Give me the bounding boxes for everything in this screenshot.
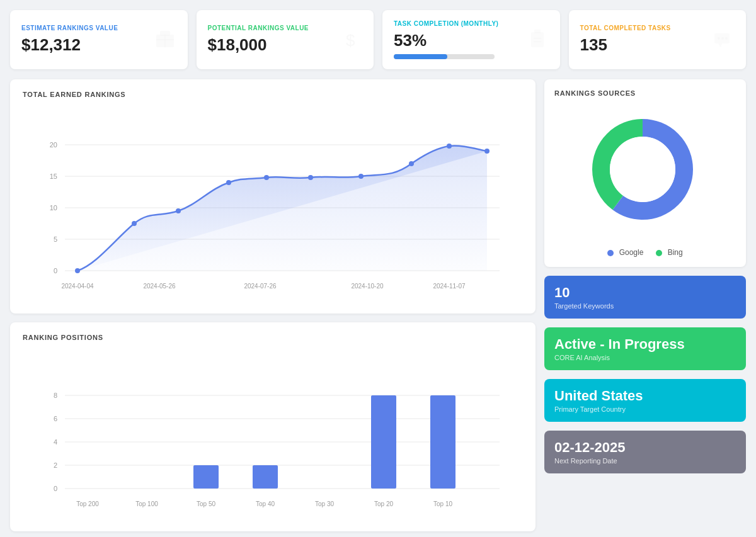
donut-chart-card: RANKINGS SOURCES Goo xyxy=(544,79,746,267)
chat-icon xyxy=(712,28,735,51)
info-card-date-value: 02-12-2025 xyxy=(554,439,736,456)
svg-text:Top 100: Top 100 xyxy=(135,500,158,507)
kpi-value-estimate: $12,312 xyxy=(21,35,154,55)
info-card-country-label: Primary Target Country xyxy=(554,405,736,413)
svg-point-13 xyxy=(725,37,728,40)
kpi-card-estimate: ESTIMATE RANKINGS VALUE $12,312 xyxy=(10,10,188,69)
left-column: TOTAL EARNED RANKINGS 0 5 10 15 20 2024-… xyxy=(10,79,536,531)
svg-text:8: 8 xyxy=(54,392,57,399)
kpi-left-potential: POTENTIAL RANKINGS VALUE $18,000 xyxy=(208,25,340,55)
svg-text:Top 200: Top 200 xyxy=(76,500,99,507)
google-dot xyxy=(607,250,614,256)
bar-top10 xyxy=(430,395,455,489)
svg-text:Top 20: Top 20 xyxy=(374,500,393,507)
line-chart-svg: 0 5 10 15 20 2024-04-04 2024-05-26 2024-… xyxy=(23,107,523,302)
info-card-date-label: Next Reporting Date xyxy=(554,457,736,465)
svg-text:Top 10: Top 10 xyxy=(433,500,452,507)
line-chart-title: TOTAL EARNED RANKINGS xyxy=(23,91,523,98)
svg-text:Top 30: Top 30 xyxy=(315,500,334,507)
kpi-value-potential: $18,000 xyxy=(208,35,340,55)
main-row: TOTAL EARNED RANKINGS 0 5 10 15 20 2024-… xyxy=(10,79,746,531)
kpi-row: ESTIMATE RANKINGS VALUE $12,312 POTENTIA… xyxy=(10,10,746,69)
svg-text:0: 0 xyxy=(54,267,57,274)
svg-text:10: 10 xyxy=(50,204,57,212)
bar-chart-title: RANKING POSITIONS xyxy=(23,334,523,341)
svg-text:5: 5 xyxy=(54,235,57,243)
svg-text:2024-07-26: 2024-07-26 xyxy=(244,283,277,290)
info-card-date: 02-12-2025 Next Reporting Date xyxy=(544,431,746,473)
line-chart-card: TOTAL EARNED RANKINGS 0 5 10 15 20 2024-… xyxy=(10,79,536,314)
kpi-label-estimate: ESTIMATE RANKINGS VALUE xyxy=(21,25,154,31)
svg-text:2024-04-04: 2024-04-04 xyxy=(61,283,94,290)
svg-point-12 xyxy=(721,37,724,40)
bar-top40 xyxy=(253,465,278,489)
svg-rect-6 xyxy=(534,30,541,33)
info-card-country: United States Primary Target Country xyxy=(544,379,746,422)
svg-point-34 xyxy=(308,175,313,180)
donut-chart-title: RANKINGS SOURCES xyxy=(554,89,736,97)
svg-point-31 xyxy=(176,208,181,213)
bar-top20 xyxy=(371,395,396,489)
legend-google-label: Google xyxy=(619,248,644,257)
clipboard-icon xyxy=(526,28,549,51)
svg-text:2: 2 xyxy=(54,461,57,469)
kpi-value-task: 53% xyxy=(394,31,526,50)
task-progress-wrap xyxy=(394,54,495,59)
svg-rect-5 xyxy=(531,32,544,47)
svg-point-29 xyxy=(75,268,80,273)
info-card-status: Active - In Progress CORE AI Analysis xyxy=(544,327,746,370)
svg-point-30 xyxy=(132,221,137,226)
bar-top50 xyxy=(193,465,219,489)
svg-text:2024-11-07: 2024-11-07 xyxy=(433,283,466,290)
svg-point-36 xyxy=(409,161,414,166)
svg-point-32 xyxy=(226,180,231,185)
bar-chart-card: RANKING POSITIONS 0 2 4 6 8 Top 200 xyxy=(10,322,536,531)
info-card-keywords: 10 Targeted Keywords xyxy=(544,276,746,319)
bar-chart-svg: 0 2 4 6 8 Top 200 Top 100 Top 50 Top 40 … xyxy=(23,350,523,520)
legend-google: Google xyxy=(607,248,643,257)
svg-text:Top 40: Top 40 xyxy=(256,500,275,507)
svg-text:$: $ xyxy=(346,31,355,50)
svg-point-35 xyxy=(358,174,364,179)
kpi-left-total: TOTAL COMPLETED TASKS 135 xyxy=(580,25,713,55)
bing-dot xyxy=(656,250,662,256)
svg-marker-10 xyxy=(718,43,722,47)
info-card-status-label: CORE AI Analysis xyxy=(554,354,736,361)
donut-chart-svg xyxy=(554,103,731,242)
svg-text:15: 15 xyxy=(50,172,57,180)
dollar-icon: $ xyxy=(340,28,362,51)
kpi-label-total: TOTAL COMPLETED TASKS xyxy=(580,25,713,31)
svg-text:0: 0 xyxy=(54,485,57,492)
svg-text:2024-10-20: 2024-10-20 xyxy=(351,283,384,290)
kpi-left-task: TASK COMPLETION (MONTHLY) 53% xyxy=(394,20,526,59)
kpi-value-total: 135 xyxy=(580,35,713,55)
svg-text:4: 4 xyxy=(54,438,57,446)
svg-text:20: 20 xyxy=(50,141,57,149)
kpi-card-potential: POTENTIAL RANKINGS VALUE $18,000 $ xyxy=(197,10,374,69)
svg-text:Top 50: Top 50 xyxy=(197,500,215,507)
kpi-label-potential: POTENTIAL RANKINGS VALUE xyxy=(208,25,340,31)
svg-point-33 xyxy=(264,175,269,180)
legend-bing: Bing xyxy=(656,248,682,257)
info-card-keywords-value: 10 xyxy=(554,285,736,301)
kpi-card-task: TASK COMPLETION (MONTHLY) 53% xyxy=(382,10,560,69)
svg-point-38 xyxy=(484,149,490,154)
info-card-status-value: Active - In Progress xyxy=(554,336,736,353)
info-card-keywords-label: Targeted Keywords xyxy=(554,302,736,310)
info-card-country-value: United States xyxy=(554,388,736,404)
svg-point-11 xyxy=(718,37,720,40)
svg-point-37 xyxy=(447,144,452,149)
kpi-left-estimate: ESTIMATE RANKINGS VALUE $12,312 xyxy=(21,25,154,55)
donut-center xyxy=(610,137,675,202)
task-progress-fill xyxy=(394,54,447,59)
kpi-card-total: TOTAL COMPLETED TASKS 135 xyxy=(569,10,747,69)
right-column: RANKINGS SOURCES Goo xyxy=(544,79,746,531)
package-icon xyxy=(154,28,176,51)
kpi-label-task: TASK COMPLETION (MONTHLY) xyxy=(394,20,526,27)
svg-text:2024-05-26: 2024-05-26 xyxy=(143,283,176,290)
donut-legend: Google Bing xyxy=(554,248,736,257)
svg-text:6: 6 xyxy=(54,415,57,422)
legend-bing-label: Bing xyxy=(668,248,683,257)
